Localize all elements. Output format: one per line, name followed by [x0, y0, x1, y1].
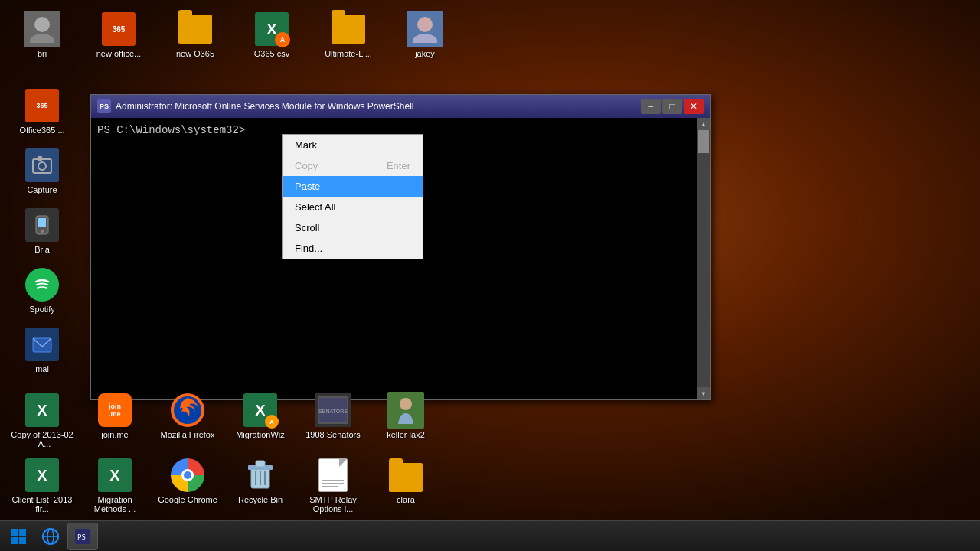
context-menu-find-label: Find... — [295, 243, 322, 254]
desktop-icon-join-me[interactable]: join.me join.me — [80, 389, 149, 452]
svg-point-15 — [400, 398, 412, 410]
desktop-icon-migration-wiz[interactable]: X A MigrationWiz — [226, 389, 295, 452]
context-menu-item-find[interactable]: Find... — [283, 238, 423, 259]
desktop-icon-senators-label: 1908 Senators — [305, 430, 361, 439]
firefox-icon — [171, 393, 204, 427]
desktop-icon-migration-wiz-label: MigrationWiz — [236, 430, 285, 439]
svg-point-0 — [34, 17, 50, 32]
desktop-icon-copy-2013-label: Copy of 2013-02 - A... — [11, 430, 74, 448]
desktop-icon-recycle-bin-label: Recycle Bin — [238, 495, 283, 504]
desktop-icon-mozilla-firefox-label: Mozilla Firefox — [161, 430, 215, 439]
context-menu-item-select-all[interactable]: Select All — [283, 197, 423, 217]
powershell-titlebar[interactable]: PS Administrator: Microsoft Online Servi… — [91, 95, 710, 118]
svg-point-5 — [38, 162, 46, 170]
powershell-title: Administrator: Microsoft Online Services… — [116, 101, 641, 112]
svg-text:SENATORS: SENATORS — [318, 409, 348, 414]
desktop-icon-migration-methods[interactable]: X Migration Methods ... — [80, 454, 149, 517]
desktop-icon-keller-lax2-label: keller lax2 — [387, 430, 425, 439]
svg-point-1 — [30, 34, 54, 43]
powershell-controls: − □ ✕ — [641, 99, 704, 114]
desktop-icon-smtp-relay-label: SMTP Relay Options i... — [302, 495, 364, 514]
desktop-icon-new-office[interactable]: 365 new office... — [84, 8, 153, 61]
desktop-icon-o365-csv[interactable]: X A O365 csv — [237, 8, 306, 61]
svg-point-9 — [41, 230, 44, 233]
desktop-icon-migration-methods-label: Migration Methods ... — [83, 495, 146, 514]
desktop-icon-clara[interactable]: clara — [371, 454, 440, 517]
context-menu-scroll-label: Scroll — [295, 222, 320, 233]
taskbar-powershell-running[interactable]: PS — [67, 523, 98, 550]
desktop-icon-new-o365[interactable]: new O365 — [161, 8, 230, 61]
context-menu-item-scroll[interactable]: Scroll — [283, 217, 423, 238]
svg-text:PS: PS — [77, 533, 86, 541]
svg-rect-18 — [256, 461, 265, 467]
desktop-icon-clara-label: clara — [397, 495, 415, 504]
desktop-icon-recycle-bin[interactable]: Recycle Bin — [226, 454, 295, 517]
scroll-down-arrow[interactable]: ▼ — [697, 387, 710, 399]
svg-point-3 — [413, 34, 437, 43]
desktop-icon-capture-label: Capture — [27, 185, 57, 194]
context-menu-mark-label: Mark — [295, 139, 317, 151]
context-menu-item-copy[interactable]: Copy Enter — [283, 155, 423, 176]
context-menu-select-all-label: Select All — [295, 201, 335, 213]
desktop-bottom-icons-row2: X Copy of 2013-02 - A... join.me join.me — [0, 389, 440, 452]
context-menu-copy-shortcut: Enter — [387, 160, 410, 171]
svg-point-2 — [417, 17, 433, 32]
chrome-icon — [171, 458, 204, 492]
desktop-icon-join-me-label: join.me — [101, 430, 128, 439]
powershell-icon: PS — [97, 99, 111, 113]
desktop-icon-ultimate-li[interactable]: Ultimate-Li... — [314, 8, 383, 61]
desktop-icon-spotify[interactable]: Spotify — [8, 263, 77, 317]
desktop-icon-bria[interactable]: Bria — [8, 204, 77, 257]
powershell-prompt: PS C:\Windows\system32> — [97, 124, 245, 136]
desktop: bri 365 new office... new O365 X — [0, 0, 980, 551]
minimize-button[interactable]: − — [641, 99, 661, 114]
svg-rect-4 — [33, 159, 51, 173]
maximize-button[interactable]: □ — [662, 99, 682, 114]
svg-rect-8 — [38, 218, 46, 227]
scroll-up-arrow[interactable]: ▲ — [697, 118, 710, 130]
desktop-icon-bria-label: Bria — [34, 245, 50, 254]
svg-rect-22 — [11, 529, 18, 536]
context-menu: Mark Copy Enter Paste Select All Scroll … — [282, 134, 423, 259]
desktop-icon-copy-2013[interactable]: X Copy of 2013-02 - A... — [8, 389, 77, 452]
context-menu-item-paste[interactable]: Paste — [283, 176, 423, 197]
desktop-icon-bri[interactable]: bri — [8, 8, 77, 61]
svg-rect-6 — [38, 156, 42, 161]
desktop-bottom-icons: X Client List_2013 fir... X Migration Me… — [0, 454, 440, 517]
desktop-icon-o365-csv-label: O365 csv — [254, 49, 289, 58]
desktop-icon-mozilla-firefox[interactable]: Mozilla Firefox — [153, 389, 222, 452]
spotify-icon — [25, 268, 59, 302]
ps-icon-label: PS — [100, 103, 109, 110]
desktop-icon-office365[interactable]: 365 Office365 ... — [8, 84, 77, 138]
context-menu-item-mark[interactable]: Mark — [283, 135, 423, 155]
desktop-icon-jakey[interactable]: jakey — [390, 8, 459, 61]
desktop-icon-office365-label: Office365 ... — [19, 126, 64, 135]
taskbar-ie[interactable] — [35, 523, 66, 550]
desktop-icon-capture[interactable]: Capture — [8, 144, 77, 197]
taskbar-start[interactable] — [3, 523, 34, 550]
desktop-icon-mal[interactable]: mal — [8, 323, 77, 377]
desktop-icon-client-list[interactable]: X Client List_2013 fir... — [8, 454, 77, 517]
desktop-icon-keller-lax2[interactable]: keller lax2 — [371, 389, 440, 452]
desktop-icon-spotify-label: Spotify — [29, 305, 55, 314]
recycle-bin-icon — [243, 458, 277, 492]
scroll-thumb[interactable] — [698, 130, 709, 153]
desktop-icons-top: bri 365 new office... new O365 X — [0, 8, 459, 61]
desktop-icon-senators[interactable]: SENATORS 1908 Senators — [299, 389, 368, 452]
powershell-scrollbar[interactable]: ▲ ▼ — [697, 118, 710, 399]
desktop-icon-smtp-relay[interactable]: SMTP Relay Options i... — [299, 454, 368, 517]
desktop-icon-jakey-label: jakey — [415, 49, 435, 58]
new-office-icon: 365 — [102, 12, 136, 46]
scroll-track[interactable] — [697, 130, 710, 387]
context-menu-copy-label: Copy — [295, 160, 318, 171]
context-menu-paste-label: Paste — [295, 181, 320, 192]
svg-rect-24 — [11, 537, 18, 544]
new-o365-icon — [178, 15, 212, 44]
desktop-icon-google-chrome[interactable]: Google Chrome — [153, 454, 222, 517]
desktop-icon-ultimate-li-label: Ultimate-Li... — [325, 49, 372, 58]
chrome-inner-circle — [181, 469, 194, 481]
desktop-icon-new-o365-label: new O365 — [176, 49, 214, 58]
close-button[interactable]: ✕ — [684, 99, 704, 114]
desktop-icon-google-chrome-label: Google Chrome — [158, 495, 217, 504]
office365-icon: 365 — [25, 89, 59, 122]
